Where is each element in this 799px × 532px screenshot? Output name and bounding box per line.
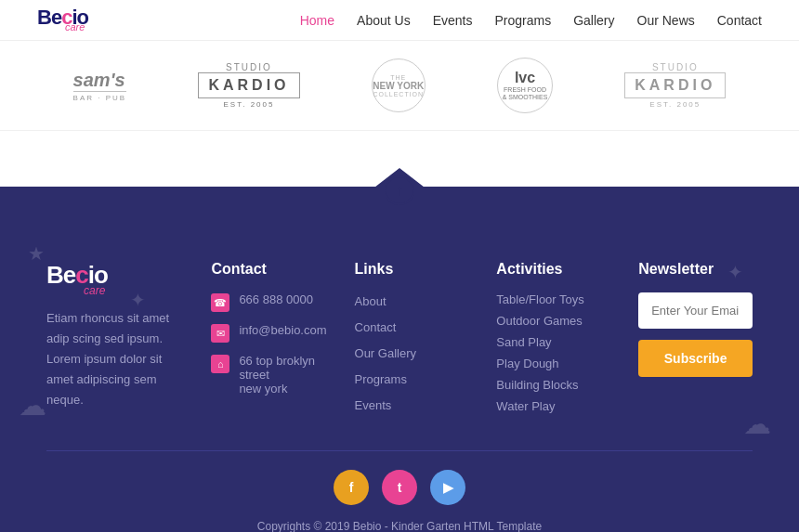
brand-sams: sam's BAR · PUB (73, 70, 127, 102)
contact-email: info@bebio.com (239, 323, 326, 337)
kardio2-text: KARDIO (624, 72, 726, 98)
kardio2-studio: STUDIO (624, 62, 726, 72)
brand-kardio-2: STUDIO KARDIO EST. 2005 (624, 62, 726, 109)
nav-contact[interactable]: Contact (717, 13, 762, 28)
nav-our-news[interactable]: Our News (637, 13, 695, 28)
nav-gallery[interactable]: Gallery (573, 13, 614, 28)
scroll-up-button[interactable] (385, 175, 414, 205)
link-contact: Contact (355, 318, 469, 335)
footer-bottom: f t ▶ Copyrights © 2019 Bebio - Kinder G… (0, 451, 799, 532)
footer-activities-heading: Activities (496, 261, 610, 278)
freshfood-text: FRESH FOOD& SMOOTHIES (503, 86, 548, 102)
main-nav: Home About Us Events Programs Gallery Ou… (300, 13, 762, 28)
subscribe-button[interactable]: Subscribe (638, 340, 753, 377)
footer-description: Etiam rhoncus sit amet adip scing sed ip… (46, 308, 183, 410)
phone-icon: ☎ (211, 293, 229, 312)
nav-programs[interactable]: Programs (494, 13, 551, 28)
newsletter-email-input[interactable] (638, 292, 753, 329)
white-spacer (0, 131, 799, 168)
social-icons: f t ▶ (46, 470, 753, 505)
link-events: Events (355, 396, 469, 413)
email-icon: ✉ (211, 324, 229, 343)
sams-logo-text: sam's (73, 70, 127, 91)
kardio2-est: EST. 2005 (624, 100, 726, 109)
link-gallery: Our Gallery (355, 344, 469, 361)
contact-email-item: ✉ info@bebio.com (211, 323, 326, 343)
youtube-icon[interactable]: ▶ (430, 470, 465, 505)
twitter-icon[interactable]: t (382, 470, 417, 505)
footer-newsletter-heading: Newsletter (638, 261, 753, 278)
facebook-icon[interactable]: f (334, 470, 369, 505)
newyork-the: THE (390, 74, 406, 81)
activities-list: Table/Floor Toys Outdoor Games Sand Play… (496, 292, 610, 413)
footer-logo-col: Becio care Etiam rhoncus sit amet adip s… (46, 261, 183, 422)
activity-table-floor: Table/Floor Toys (496, 292, 610, 306)
activity-water-play: Water Play (496, 399, 610, 413)
footer-links-heading: Links (355, 261, 469, 278)
footer-contact-heading: Contact (211, 261, 326, 278)
link-about-anchor[interactable]: About (355, 294, 386, 308)
brands-bar: sam's BAR · PUB STUDIO KARDIO EST. 2005 … (0, 41, 799, 131)
lvc-text: lvc (515, 70, 535, 86)
newyork-text: NEW YORK (373, 81, 424, 91)
footer-contact-col: Contact ☎ 666 888 0000 ✉ info@bebio.com … (211, 261, 326, 422)
activity-play-dough: Play Dough (496, 357, 610, 370)
footer-link-list: About Contact Our Gallery Programs Event… (355, 292, 469, 413)
copyright-text: Copyrights © 2019 Bebio - Kinder Garten … (46, 520, 753, 532)
nav-events[interactable]: Events (433, 13, 473, 28)
link-programs-anchor[interactable]: Programs (355, 372, 407, 386)
activity-sand-play: Sand Play (496, 335, 610, 349)
footer: ★ ✦ ✦ ☁ ☁ Becio care Etiam rhoncus sit a… (0, 214, 799, 532)
brand-kardio-1: STUDIO KARDIO EST. 2005 (198, 62, 299, 109)
link-about: About (355, 292, 469, 309)
kardio1-est: EST. 2005 (198, 100, 299, 109)
kardio1-text: KARDIO (198, 72, 299, 98)
kardio1-studio: STUDIO (198, 62, 299, 72)
brand-freshfood: lvc FRESH FOOD& SMOOTHIES (497, 58, 553, 113)
footer-logo-care: care (84, 284, 183, 297)
footer-links-col: Links About Contact Our Gallery Programs… (355, 261, 469, 422)
newyork-sub: COLLECTION (373, 91, 424, 97)
logo-care-text: care (65, 22, 88, 32)
sams-sub-text: BAR · PUB (73, 91, 127, 102)
header: Becio care Home About Us Events Programs… (0, 0, 799, 41)
link-contact-anchor[interactable]: Contact (355, 320, 397, 334)
footer-newsletter-col: Newsletter Subscribe (638, 261, 753, 422)
footer-content: Becio care Etiam rhoncus sit amet adip s… (0, 214, 799, 450)
footer-activities-col: Activities Table/Floor Toys Outdoor Game… (496, 261, 610, 422)
scroll-up-wrap (0, 168, 799, 205)
activity-building-blocks: Building Blocks (496, 378, 610, 392)
wave-divider (0, 168, 799, 214)
contact-address: 66 top broklyn streetnew york (239, 354, 326, 396)
link-gallery-anchor[interactable]: Our Gallery (355, 346, 416, 360)
nav-home[interactable]: Home (300, 13, 334, 28)
contact-phone: 666 888 0000 (239, 292, 313, 306)
footer-logo-wrap: Becio care (46, 261, 183, 297)
link-programs: Programs (355, 370, 469, 387)
logo[interactable]: Becio care (37, 7, 88, 32)
activity-outdoor: Outdoor Games (496, 314, 610, 328)
contact-phone-item: ☎ 666 888 0000 (211, 292, 326, 312)
link-events-anchor[interactable]: Events (355, 398, 392, 412)
brand-newyork: THE NEW YORK COLLECTION (372, 58, 426, 112)
nav-about-us[interactable]: About Us (357, 13, 411, 28)
contact-address-item: ⌂ 66 top broklyn streetnew york (211, 354, 326, 396)
address-icon: ⌂ (211, 355, 229, 373)
